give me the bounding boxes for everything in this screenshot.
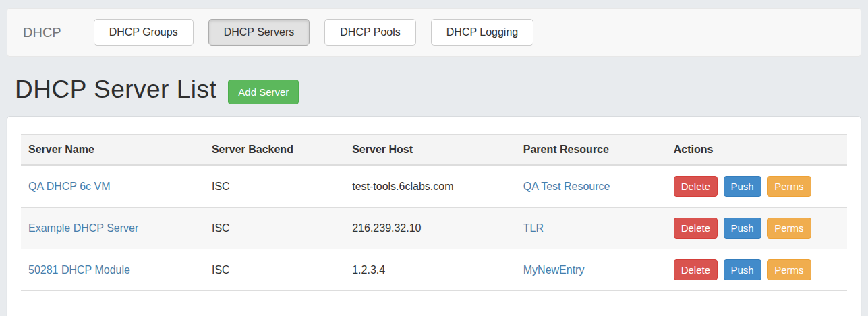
column-header-server-name: Server Name — [21, 135, 204, 166]
server-table: Server Name Server Backend Server Host P… — [21, 134, 847, 291]
server-name-link[interactable]: Example DHCP Server — [28, 222, 138, 234]
tab-dhcp-groups[interactable]: DHCP Groups — [94, 19, 194, 46]
server-backend-cell: ISC — [204, 165, 345, 208]
push-button[interactable]: Push — [724, 176, 761, 197]
server-list-panel: Server Name Server Backend Server Host P… — [7, 116, 861, 316]
perms-button[interactable]: Perms — [767, 218, 811, 239]
parent-resource-link[interactable]: TLR — [523, 222, 544, 234]
server-host-cell: 216.239.32.10 — [345, 208, 516, 249]
actions-cell: Delete Push Perms — [666, 208, 847, 249]
column-header-parent-resource: Parent Resource — [516, 135, 666, 166]
title-row: DHCP Server List Add Server — [7, 74, 861, 104]
table-row: QA DHCP 6c VM ISC test-tools.6clabs.com … — [21, 165, 847, 208]
column-header-server-host: Server Host — [345, 135, 516, 166]
parent-resource-link[interactable]: QA Test Resource — [523, 181, 610, 192]
add-server-button[interactable]: Add Server — [228, 80, 299, 104]
table-row: Example DHCP Server ISC 216.239.32.10 TL… — [21, 208, 847, 249]
parent-resource-cell: QA Test Resource — [516, 165, 666, 208]
tab-dhcp-servers[interactable]: DHCP Servers — [208, 19, 310, 46]
perms-button[interactable]: Perms — [767, 259, 811, 280]
push-button[interactable]: Push — [724, 218, 761, 239]
actions-cell: Delete Push Perms — [666, 165, 847, 208]
page-container: DHCP DHCP Groups DHCP Servers DHCP Pools… — [0, 0, 868, 316]
parent-resource-cell: TLR — [516, 208, 666, 249]
push-button[interactable]: Push — [724, 259, 761, 280]
server-backend-cell: ISC — [204, 208, 345, 249]
column-header-actions: Actions — [666, 135, 847, 166]
perms-button[interactable]: Perms — [767, 176, 811, 197]
page-title: DHCP Server List — [15, 75, 216, 104]
dhcp-navbar: DHCP DHCP Groups DHCP Servers DHCP Pools… — [7, 8, 861, 57]
navbar-brand: DHCP — [23, 25, 61, 40]
table-row: 50281 DHCP Module ISC 1.2.3.4 MyNewEntry… — [21, 249, 847, 291]
column-header-server-backend: Server Backend — [204, 135, 345, 166]
server-name-link[interactable]: QA DHCP 6c VM — [28, 181, 111, 192]
server-name-link[interactable]: 50281 DHCP Module — [28, 264, 130, 276]
tab-dhcp-pools[interactable]: DHCP Pools — [324, 19, 416, 46]
server-host-cell: 1.2.3.4 — [345, 249, 516, 291]
delete-button[interactable]: Delete — [674, 176, 718, 197]
server-host-cell: test-tools.6clabs.com — [345, 165, 516, 208]
server-name-cell: QA DHCP 6c VM — [21, 165, 204, 208]
tab-dhcp-logging[interactable]: DHCP Logging — [431, 19, 533, 46]
server-backend-cell: ISC — [204, 249, 345, 291]
server-name-cell: Example DHCP Server — [21, 208, 204, 249]
parent-resource-cell: MyNewEntry — [516, 249, 666, 291]
delete-button[interactable]: Delete — [674, 218, 718, 239]
table-header-row: Server Name Server Backend Server Host P… — [21, 135, 847, 166]
delete-button[interactable]: Delete — [674, 259, 718, 280]
server-name-cell: 50281 DHCP Module — [21, 249, 204, 291]
parent-resource-link[interactable]: MyNewEntry — [523, 264, 585, 276]
actions-cell: Delete Push Perms — [666, 249, 847, 291]
